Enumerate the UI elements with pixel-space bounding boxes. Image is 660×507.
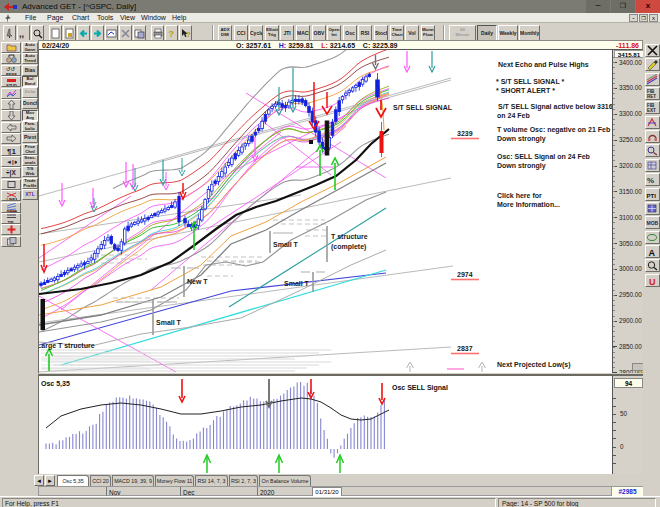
svg-text:,,: ,, <box>19 29 24 39</box>
svg-text:Large T structure: Large T structure <box>39 342 95 350</box>
svg-text:Osc SELL Signal: Osc SELL Signal <box>392 384 448 392</box>
svg-text:?: ? <box>186 30 191 39</box>
svg-text:T volume Osc: negative on 21 F: T volume Osc: negative on 21 Feb <box>497 126 610 134</box>
svg-text:A: A <box>649 248 656 258</box>
svg-text:U: U <box>649 277 656 287</box>
svg-text:on 24 Feb: on 24 Feb <box>497 112 530 119</box>
svg-text:◄|►: ◄|► <box>6 159 17 165</box>
svg-text:LINES: LINES <box>6 198 17 201</box>
svg-text:Next Echo and Pulse Highs: Next Echo and Pulse Highs <box>498 61 589 69</box>
svg-text:* S/T SELL SIGNAL *: * S/T SELL SIGNAL * <box>496 78 564 85</box>
svg-text:PTI: PTI <box>647 193 657 199</box>
svg-text:÷|X: ÷|X <box>6 169 16 177</box>
svg-text:?: ? <box>169 29 175 39</box>
svg-text:Down strongly: Down strongly <box>497 162 546 170</box>
svg-text:2837: 2837 <box>457 345 473 352</box>
svg-text:MOB: MOB <box>647 220 659 226</box>
svg-text:Small T: Small T <box>284 280 310 287</box>
svg-text:Click here for: Click here for <box>497 192 542 199</box>
svg-text:3239: 3239 <box>457 130 473 137</box>
svg-text:(complete): (complete) <box>331 243 366 251</box>
svg-text:2974: 2974 <box>457 271 473 278</box>
svg-text:Osc 5,35: Osc 5,35 <box>41 380 70 388</box>
svg-text:Small T: Small T <box>156 319 182 326</box>
svg-text:RET: RET <box>647 94 656 99</box>
svg-text:New T: New T <box>187 278 208 285</box>
svg-text:Osc: SELL Signal on 24 Feb: Osc: SELL Signal on 24 Feb <box>497 153 590 161</box>
svg-text:Next Projected Low(s): Next Projected Low(s) <box>497 361 571 369</box>
svg-text:STUDY: STUDY <box>6 83 17 88</box>
svg-text:Down strongly: Down strongly <box>497 135 546 143</box>
svg-text:S/T SELL Signal active below: S/T SELL Signal active below 3316 <box>498 103 613 111</box>
svg-text:Small T: Small T <box>273 241 299 248</box>
svg-text:More Information...: More Information... <box>497 201 560 208</box>
svg-text:T structure: T structure <box>331 233 368 240</box>
svg-text:* SHORT ALERT *: * SHORT ALERT * <box>496 87 555 94</box>
svg-text:%: % <box>647 176 654 185</box>
svg-text:S/T SELL SIGNAL: S/T SELL SIGNAL <box>393 104 453 111</box>
svg-text:¶1: ¶1 <box>7 147 16 156</box>
svg-text:EXT: EXT <box>647 108 656 113</box>
